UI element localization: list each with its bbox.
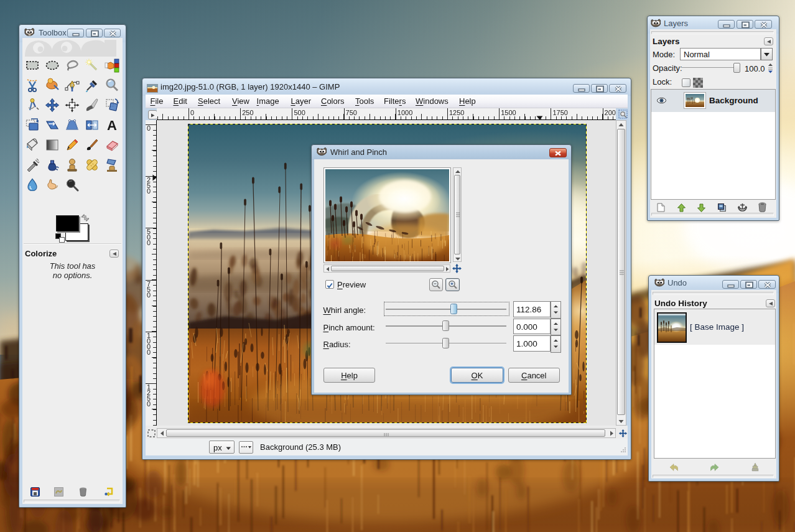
svg-text:A: A — [107, 118, 117, 133]
